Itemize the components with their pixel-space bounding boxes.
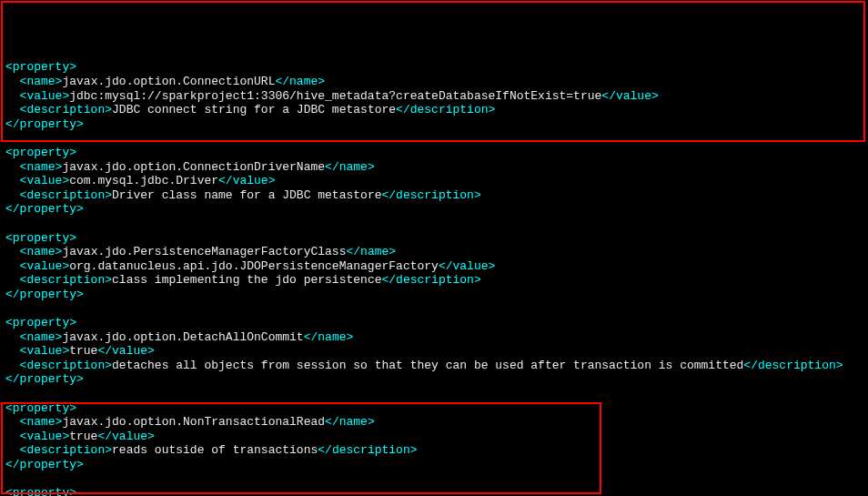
property-name-text: javax.jdo.option.ConnectionDriverName [62,160,325,174]
property-value-text: jdbc:mysql://sparkproject1:3306/hive_met… [69,89,601,103]
code-line: </property> [5,458,863,472]
code-line: <name>javax.jdo.option.ConnectionDriverN… [5,160,863,175]
property-description-text: Driver class name for a JDBC metastore [112,188,381,202]
property-open-tag: <property> [5,316,76,329]
value-close-tag: </value> [218,174,275,187]
description-open-tag: <description> [20,103,112,116]
property-open-tag: <property> [5,486,76,496]
property-name-text: javax.jdo.option.DetachAllOnCommit [62,330,303,344]
property-close-tag: </property> [5,372,84,386]
code-line: <description>detaches all objects from s… [5,359,863,373]
property-value-text: true [69,430,97,443]
property-open-tag: <property> [5,231,76,245]
value-close-tag: </value> [97,430,154,443]
description-close-tag: </description> [743,359,843,372]
property-name-text: javax.jdo.option.NonTransactionalRead [62,415,325,429]
blank-line [5,131,863,146]
blank-line [5,217,863,231]
property-close-tag: </property> [5,288,84,301]
code-line: <property> [5,231,863,246]
value-open-tag: <value> [20,174,70,187]
code-line: </property> [5,288,863,302]
property-block: <property> <name>javax.jdo.PersistenceMa… [5,231,863,302]
name-close-tag: </name> [275,75,325,88]
description-close-tag: </description> [318,443,417,457]
property-open-tag: <property> [5,146,76,159]
description-open-tag: <description> [20,443,112,457]
name-open-tag: <name> [20,245,63,258]
code-line: <property> [5,60,863,75]
property-open-tag: <property> [5,401,76,415]
property-block: <property> <name>javax.jdo.option.Detach… [5,316,863,387]
name-close-tag: </name> [325,415,375,429]
property-block: <property> <name>javax.jdo.option.Connec… [5,60,863,131]
name-open-tag: <name> [20,415,63,429]
property-description-text: detaches all objects from session so tha… [112,359,743,372]
value-close-tag: </value> [97,344,154,358]
property-close-tag: </property> [5,202,84,216]
property-block: <property> <name>javax.jdo.option.Connec… [5,486,863,496]
blank-line [5,472,863,487]
property-name-text: javax.jdo.PersistenceManagerFactoryClass [62,245,346,258]
value-open-tag: <value> [20,344,70,358]
code-line: </property> [5,117,863,132]
code-line: <name>javax.jdo.option.NonTransactionalR… [5,415,863,430]
code-line: </property> [5,202,863,217]
property-description-text: class implementing the jdo persistence [112,273,381,287]
property-name-text: javax.jdo.option.ConnectionURL [62,75,275,88]
code-line: </property> [5,372,863,387]
description-open-tag: <description> [20,188,112,202]
name-close-tag: </name> [304,330,354,344]
property-description-text: JDBC connect string for a JDBC metastore [112,103,396,116]
property-close-tag: </property> [5,117,84,131]
code-line: <property> [5,486,863,496]
name-open-tag: <name> [20,160,63,174]
code-line: <property> [5,401,863,416]
code-line: <value>true</value> [5,344,863,359]
code-line: <property> [5,146,863,160]
code-line: <name>javax.jdo.option.DetachAllOnCommit… [5,330,863,345]
code-line: <value>com.mysql.jdbc.Driver</value> [5,174,863,188]
name-close-tag: </name> [325,160,375,174]
description-close-tag: </description> [381,188,480,202]
property-block: <property> <name>javax.jdo.option.Connec… [5,146,863,217]
code-line: <value>true</value> [5,430,863,444]
value-close-tag: </value> [601,89,658,103]
description-close-tag: </description> [396,103,495,116]
description-open-tag: <description> [20,359,112,372]
code-line: <value>jdbc:mysql://sparkproject1:3306/h… [5,89,863,104]
value-open-tag: <value> [20,89,70,103]
property-value-text: com.mysql.jdbc.Driver [69,174,218,187]
property-value-text: true [69,344,97,358]
property-open-tag: <property> [5,60,76,74]
description-close-tag: </description> [381,273,480,287]
property-close-tag: </property> [5,458,84,471]
code-line: <name>javax.jdo.option.ConnectionURL</na… [5,75,863,89]
value-close-tag: </value> [439,259,495,273]
value-open-tag: <value> [20,430,70,443]
code-line: <name>javax.jdo.PersistenceManagerFactor… [5,245,863,259]
name-open-tag: <name> [20,330,63,344]
name-open-tag: <name> [20,75,63,88]
property-description-text: reads outside of transactions [112,443,318,457]
description-open-tag: <description> [20,273,112,287]
code-line: <description>reads outside of transactio… [5,443,863,458]
name-close-tag: </name> [346,245,396,258]
code-line: <property> [5,316,863,330]
blank-line [5,387,863,401]
blank-line [5,301,863,316]
property-block: <property> <name>javax.jdo.option.NonTra… [5,401,863,472]
code-line: <description>Driver class name for a JDB… [5,188,863,203]
property-value-text: org.datanucleus.api.jdo.JDOPersistenceMa… [69,259,439,273]
code-line: <description>class implementing the jdo … [5,273,863,288]
value-open-tag: <value> [20,259,70,273]
code-line: <value>org.datanucleus.api.jdo.JDOPersis… [5,259,863,274]
xml-config-code-block: <property> <name>javax.jdo.option.Connec… [5,60,863,496]
code-line: <description>JDBC connect string for a J… [5,103,863,117]
